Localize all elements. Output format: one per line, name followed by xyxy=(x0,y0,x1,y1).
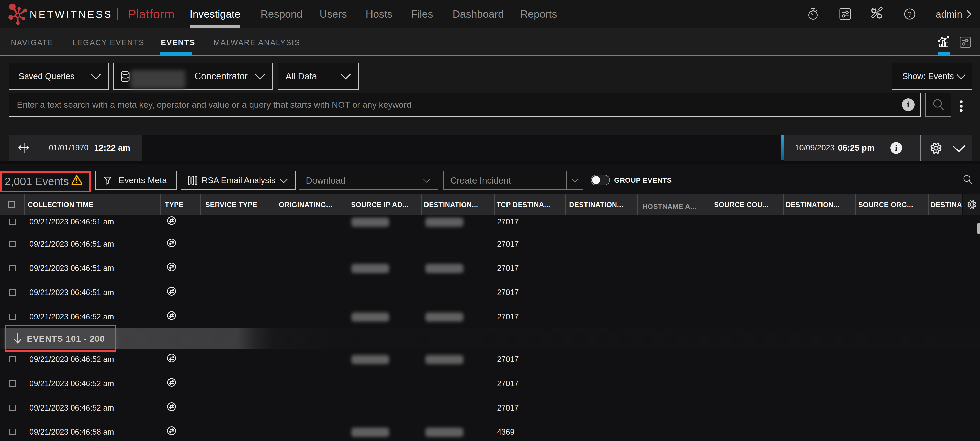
svg-text:?: ? xyxy=(908,10,912,18)
